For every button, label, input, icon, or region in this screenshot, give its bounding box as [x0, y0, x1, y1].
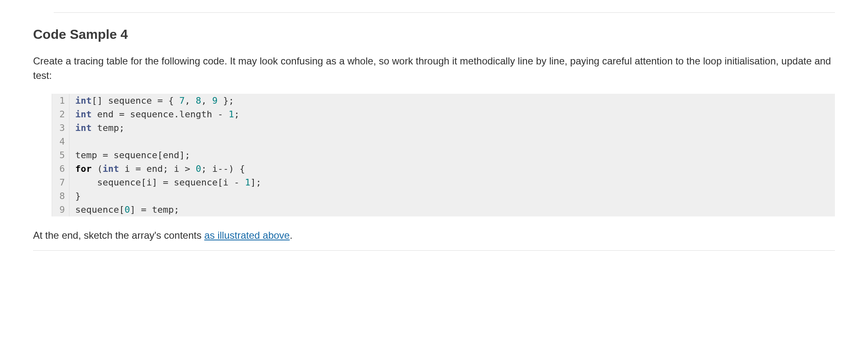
line-number: 1	[52, 94, 69, 107]
code-line: 2int end = sequence.length - 1;	[52, 107, 835, 121]
code-block: 1int[] sequence = { 7, 8, 9 };2int end =…	[52, 94, 835, 216]
outro-link[interactable]: as illustrated above	[204, 230, 290, 241]
code-line: 8}	[52, 189, 835, 203]
line-number: 5	[52, 148, 69, 162]
code-content: }	[69, 189, 835, 203]
line-number: 6	[52, 162, 69, 176]
code-line: 3int temp;	[52, 121, 835, 135]
code-content: temp = sequence[end];	[69, 148, 835, 162]
top-divider	[54, 12, 835, 13]
line-number: 3	[52, 121, 69, 135]
outro-paragraph: At the end, sketch the array's contents …	[33, 228, 835, 243]
line-number: 2	[52, 107, 69, 121]
code-line: 7 sequence[i] = sequence[i - 1];	[52, 176, 835, 189]
code-line: 5temp = sequence[end];	[52, 148, 835, 162]
section-heading: Code Sample 4	[33, 24, 835, 44]
code-content: int temp;	[69, 121, 835, 135]
line-number: 9	[52, 203, 69, 216]
code-content: sequence[0] = temp;	[69, 203, 835, 216]
code-content: int end = sequence.length - 1;	[69, 107, 835, 121]
code-line: 9sequence[0] = temp;	[52, 203, 835, 216]
line-number: 4	[52, 135, 69, 148]
code-content	[69, 135, 835, 148]
code-line: 4	[52, 135, 835, 148]
bottom-divider	[33, 250, 835, 251]
intro-paragraph: Create a tracing table for the following…	[33, 54, 835, 83]
outro-suffix: .	[290, 230, 293, 241]
code-content: int[] sequence = { 7, 8, 9 };	[69, 94, 835, 107]
code-line: 6for (int i = end; i > 0; i--) {	[52, 162, 835, 176]
code-content: sequence[i] = sequence[i - 1];	[69, 176, 835, 189]
line-number: 8	[52, 189, 69, 203]
outro-prefix: At the end, sketch the array's contents	[33, 230, 204, 241]
code-content: for (int i = end; i > 0; i--) {	[69, 162, 835, 176]
code-line: 1int[] sequence = { 7, 8, 9 };	[52, 94, 835, 107]
line-number: 7	[52, 176, 69, 189]
